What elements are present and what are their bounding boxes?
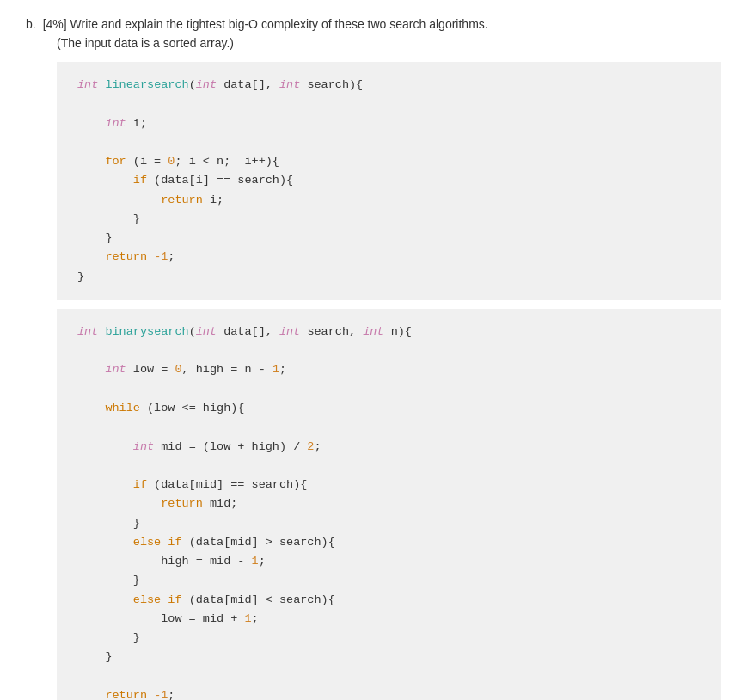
ls-for-close: } [77, 229, 701, 248]
ls-if-close: } [77, 210, 701, 229]
question-label: b. [26, 17, 36, 31]
bs-if-eq-close: } [77, 514, 701, 533]
question-main-text: Write and explain the tightest big-O com… [70, 17, 488, 31]
ls-return-neg1: return -1; [77, 248, 701, 267]
bs-blank2 [77, 380, 701, 399]
ls-line-blank1 [77, 95, 701, 114]
bs-low-high-decl: int low = 0, high = n - 1; [77, 360, 701, 379]
bs-high-assign: high = mid - 1; [77, 552, 701, 571]
bs-else-if-gt: else if (data[mid] > search){ [77, 533, 701, 552]
bs-mid-decl: int mid = (low + high) / 2; [77, 438, 701, 457]
ls-if-line: if (data[i] == search){ [77, 171, 701, 190]
ls-int-i: int i; [77, 114, 701, 133]
question-subtext: (The input data is a sorted array.) [57, 36, 721, 50]
bs-while-close: } [77, 648, 701, 666]
bs-return-neg1: return -1; [77, 686, 701, 700]
ls-fn-close: } [77, 267, 701, 286]
bs-while-line: while (low <= high){ [77, 399, 701, 418]
linearsearch-code-block: int linearsearch(int data[], int search)… [57, 62, 721, 300]
bs-return-mid: return mid; [77, 494, 701, 513]
ls-return-i: return i; [77, 191, 701, 210]
question-body: [4%] Write and explain the tightest big-… [43, 17, 488, 31]
question-header: b. [4%] Write and explain the tightest b… [26, 17, 721, 31]
ls-for-line: for (i = 0; i < n; i++){ [77, 152, 701, 171]
bs-else-if-lt: else if (data[mid] < search){ [77, 591, 701, 610]
bs-blank1 [77, 341, 701, 360]
linearsearch-signature: int linearsearch(int data[], int search)… [77, 76, 701, 95]
bs-low-assign: low = mid + 1; [77, 610, 701, 629]
binarysearch-code-block: int binarysearch(int data[], int search,… [57, 309, 721, 700]
bs-blank4 [77, 457, 701, 476]
question-container: b. [4%] Write and explain the tightest b… [26, 17, 721, 700]
bs-blank5 [77, 667, 701, 686]
binarysearch-signature: int binarysearch(int data[], int search,… [77, 322, 701, 341]
ls-blank2 [77, 133, 701, 152]
points-badge: [4%] [43, 17, 67, 31]
bs-if-eq: if (data[mid] == search){ [77, 476, 701, 494]
bs-blank3 [77, 418, 701, 437]
bs-else-if-lt-close: } [77, 629, 701, 648]
bs-else-if-gt-close: } [77, 571, 701, 590]
